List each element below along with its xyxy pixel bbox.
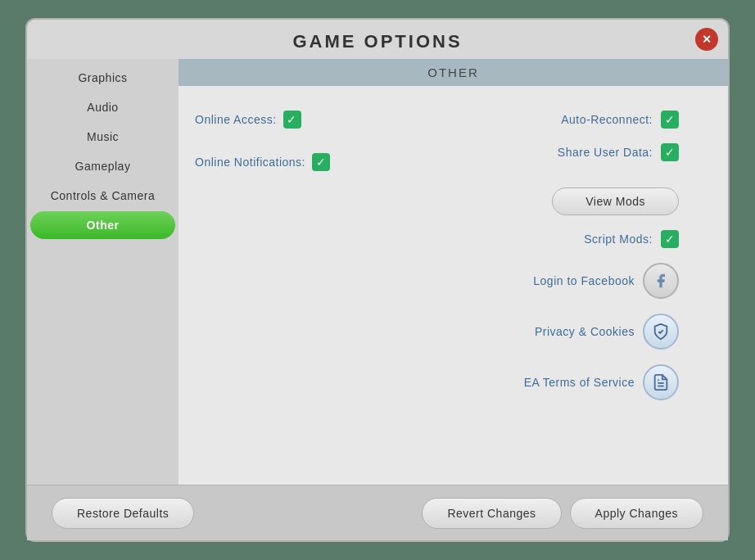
script-mods-label: Script Mods: (584, 233, 653, 246)
section-header: Other (179, 59, 728, 86)
ea-terms-row: EA Terms of Service (462, 364, 712, 400)
bottom-bar: Restore Defaults Revert Changes Apply Ch… (27, 485, 728, 540)
sidebar: Graphics Audio Music Gameplay Controls &… (27, 59, 179, 485)
settings-left: Online Access: ✓ Online Notifications: ✓ (195, 102, 445, 468)
modal-body: Graphics Audio Music Gameplay Controls &… (27, 59, 728, 485)
online-access-checkbox[interactable]: ✓ (283, 111, 301, 129)
privacy-cookies-label: Privacy & Cookies (535, 325, 635, 338)
sidebar-item-graphics[interactable]: Graphics (30, 64, 175, 92)
ea-terms-label: EA Terms of Service (524, 376, 635, 389)
bottom-right-buttons: Revert Changes Apply Changes (422, 498, 703, 529)
sidebar-item-gameplay[interactable]: Gameplay (30, 152, 175, 180)
online-notifications-checkbox[interactable]: ✓ (312, 153, 330, 171)
share-user-data-label: Share User Data: (558, 146, 653, 159)
facebook-button[interactable] (643, 263, 679, 299)
login-facebook-row: Login to Facebook (462, 263, 712, 299)
apply-changes-button[interactable]: Apply Changes (570, 498, 703, 529)
sidebar-item-music[interactable]: Music (30, 123, 175, 151)
online-notifications-row: Online Notifications: ✓ (195, 153, 445, 171)
script-mods-checkbox[interactable]: ✓ (661, 230, 679, 248)
restore-defaults-button[interactable]: Restore Defaults (52, 498, 194, 529)
settings-right: Auto-Reconnect: ✓ Share User Data: ✓ Vie… (462, 102, 712, 468)
online-access-row: Online Access: ✓ (195, 111, 445, 129)
login-facebook-label: Login to Facebook (533, 274, 635, 287)
sidebar-item-other[interactable]: Other (30, 211, 175, 239)
ea-terms-button[interactable] (643, 364, 679, 400)
sidebar-item-controls-camera[interactable]: Controls & Camera (30, 182, 175, 210)
modal-title: Game Options (292, 31, 462, 52)
sidebar-item-audio[interactable]: Audio (30, 93, 175, 121)
script-mods-row: Script Mods: ✓ (462, 230, 712, 248)
auto-reconnect-checkbox[interactable]: ✓ (661, 111, 679, 129)
settings-area: Online Access: ✓ Online Notifications: ✓… (179, 86, 728, 485)
online-notifications-label: Online Notifications: (195, 156, 305, 169)
online-access-label: Online Access: (195, 113, 277, 126)
modal-header: Game Options ✕ (27, 20, 728, 59)
close-button[interactable]: ✕ (695, 28, 718, 51)
auto-reconnect-row: Auto-Reconnect: ✓ (462, 111, 712, 129)
share-user-data-checkbox[interactable]: ✓ (661, 143, 679, 161)
main-content: Other Online Access: ✓ Online Notificati… (179, 59, 728, 485)
auto-reconnect-label: Auto-Reconnect: (561, 113, 653, 126)
view-mods-button[interactable]: View Mods (552, 187, 679, 215)
privacy-cookies-row: Privacy & Cookies (462, 314, 712, 350)
game-options-modal: Game Options ✕ Graphics Audio Music Game… (25, 18, 730, 542)
privacy-cookies-button[interactable] (643, 314, 679, 350)
view-mods-row: View Mods (462, 179, 712, 215)
revert-changes-button[interactable]: Revert Changes (422, 498, 561, 529)
share-user-data-row: Share User Data: ✓ (462, 143, 712, 161)
